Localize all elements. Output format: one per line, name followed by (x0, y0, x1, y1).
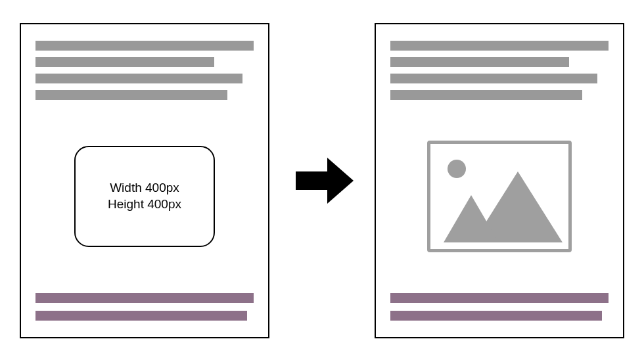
footer-bar (390, 311, 602, 321)
footer-bar (390, 293, 609, 303)
mountain-small-icon (444, 195, 499, 242)
sun-icon (448, 160, 466, 178)
image-placeholder-icon (427, 141, 572, 252)
diagram-stage: Width 400px Height 400px (0, 0, 644, 362)
footer-bars (35, 293, 254, 321)
footer-bar (35, 311, 247, 321)
image-dimensions-box: Width 400px Height 400px (74, 146, 215, 247)
text-bar (35, 57, 214, 67)
text-bar (390, 90, 582, 100)
image-preview-area (390, 113, 609, 280)
page-left: Width 400px Height 400px (20, 23, 269, 338)
placeholder-height-label: Height 400px (108, 196, 181, 213)
text-bar (390, 74, 597, 83)
placeholder-area: Width 400px Height 400px (35, 113, 254, 280)
text-bar (35, 41, 254, 51)
text-bar (35, 74, 242, 83)
text-bars-top (35, 41, 254, 100)
text-bar (390, 41, 609, 51)
text-bars-top (390, 41, 609, 100)
image-placeholder-scene (430, 144, 568, 249)
text-bar (390, 57, 569, 67)
page-right (375, 23, 624, 338)
arrow-right-icon (296, 158, 355, 204)
footer-bars (390, 293, 609, 321)
arrow-shaft (296, 171, 327, 190)
placeholder-width-label: Width 400px (110, 180, 179, 196)
footer-bar (35, 293, 254, 303)
arrow-head (327, 158, 354, 204)
text-bar (35, 90, 227, 100)
